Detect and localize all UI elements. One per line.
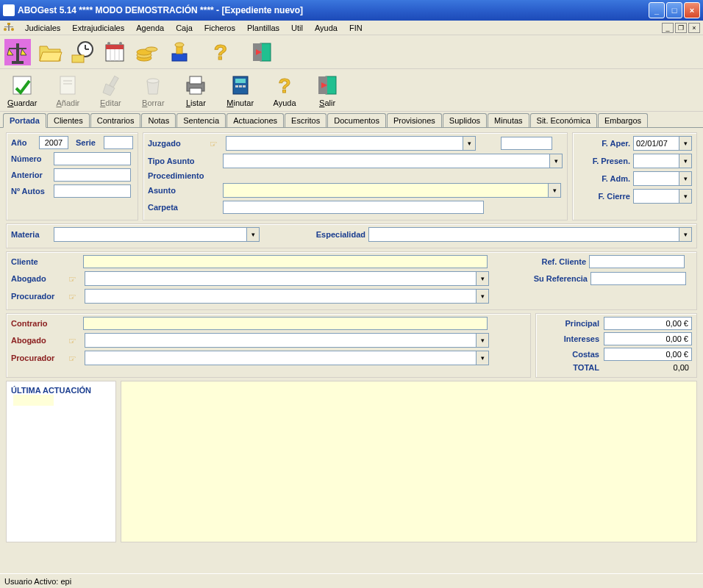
help-icon[interactable]: ? xyxy=(206,37,235,67)
tab-embargos[interactable]: Embargos xyxy=(598,113,648,127)
coins-icon[interactable] xyxy=(132,37,162,67)
f-aper-field[interactable]: 02/01/07 xyxy=(633,136,692,151)
svg-rect-8 xyxy=(12,61,24,64)
svg-rect-43 xyxy=(243,85,246,87)
serie-label: Serie xyxy=(76,138,101,147)
juzgado-code-field[interactable] xyxy=(501,137,552,150)
su-referencia-field[interactable] xyxy=(590,272,686,285)
cliente-field[interactable] xyxy=(83,255,488,268)
intereses-field[interactable] xyxy=(604,332,692,345)
contrario-field[interactable] xyxy=(83,317,488,330)
mdi-close-button[interactable]: × xyxy=(688,23,700,33)
pointing-icon[interactable]: ☞ xyxy=(68,274,82,283)
abogado-contrario-dropdown[interactable] xyxy=(85,333,489,348)
menu-agenda[interactable]: Agenda xyxy=(130,22,170,34)
menu-plantillas[interactable]: Plantillas xyxy=(241,22,285,34)
statusbar: Usuario Activo: epi xyxy=(0,573,703,588)
svg-point-35 xyxy=(147,79,159,83)
pointing-icon[interactable]: ☞ xyxy=(210,139,223,148)
juzgado-dropdown[interactable] xyxy=(226,136,476,151)
borrar-button: Borrar xyxy=(138,72,168,109)
ayuda-button[interactable]: ? Ayuda xyxy=(270,72,299,109)
main-toolbar: ? xyxy=(0,35,703,69)
procurador-cliente-dropdown[interactable] xyxy=(85,289,489,304)
f-cierre-label: F. Cierre xyxy=(599,192,630,201)
ano-field[interactable] xyxy=(39,136,68,149)
mdi-minimize-button[interactable]: _ xyxy=(662,23,674,33)
calendar-icon[interactable] xyxy=(100,37,129,67)
menu-ficheros[interactable]: Ficheros xyxy=(199,22,241,34)
guardar-button[interactable]: Guardar xyxy=(4,72,40,109)
pointing-icon[interactable]: ☞ xyxy=(68,292,82,301)
tab-contrarios[interactable]: Contrarios xyxy=(90,113,141,127)
tab-escritos[interactable]: Escritos xyxy=(285,113,326,127)
costas-label: Costas xyxy=(572,350,599,359)
minimize-button[interactable]: _ xyxy=(649,2,665,18)
statusbar-text: Usuario Activo: epi xyxy=(4,577,71,586)
tab-actuaciones[interactable]: Actuaciones xyxy=(226,113,284,127)
tab-clientes[interactable]: Clientes xyxy=(47,113,90,127)
procurador-contrario-dropdown[interactable] xyxy=(85,351,489,365)
svg-rect-0 xyxy=(7,23,10,25)
procurador-contrario-label: Procurador xyxy=(11,354,65,362)
tab-provisiones[interactable]: Provisiones xyxy=(387,113,442,127)
salir-button[interactable]: Salir xyxy=(313,72,342,109)
total-value: 0,00 xyxy=(604,363,692,372)
svg-rect-37 xyxy=(190,76,201,84)
clock-icon[interactable] xyxy=(68,37,97,67)
serie-field[interactable] xyxy=(104,136,133,149)
abogado-cliente-label: Abogado xyxy=(11,274,65,283)
close-button[interactable]: × xyxy=(684,2,700,18)
f-cierre-field[interactable] xyxy=(633,189,692,204)
tab-sit-economica[interactable]: Sit. Económica xyxy=(530,113,597,127)
svg-point-26 xyxy=(175,43,184,47)
menu-ayuda[interactable]: Ayuda xyxy=(309,22,343,34)
su-referencia-label: Su Referencia xyxy=(507,274,588,283)
f-presen-field[interactable] xyxy=(633,154,692,168)
menu-caja[interactable]: Caja xyxy=(170,22,199,34)
tab-sentencia[interactable]: Sentencia xyxy=(176,113,226,127)
menu-fin[interactable]: FIN xyxy=(343,22,368,34)
procurador-cliente-label: Procurador xyxy=(11,292,65,301)
menu-extrajudiciales[interactable]: Extrajudiciales xyxy=(66,22,130,34)
pointing-icon[interactable]: ☞ xyxy=(68,354,82,362)
balance-icon[interactable] xyxy=(3,37,32,67)
tab-minutas[interactable]: Minutas xyxy=(488,113,529,127)
minutar-button[interactable]: Minutar xyxy=(224,72,257,109)
maximize-button[interactable]: □ xyxy=(666,2,682,18)
window-title: ABOGest 5.14 **** MODO DEMOSTRACIÓN ****… xyxy=(18,5,649,15)
f-adm-field[interactable] xyxy=(633,171,692,186)
exit-icon[interactable] xyxy=(247,37,276,67)
listar-button[interactable]: Listar xyxy=(181,72,210,109)
svg-point-23 xyxy=(146,47,157,51)
f-aper-value: 02/01/07 xyxy=(636,139,668,148)
folder-open-icon[interactable] xyxy=(35,37,65,67)
especialidad-dropdown[interactable] xyxy=(368,227,692,242)
tipo-asunto-label: Tipo Asunto xyxy=(148,157,220,165)
tab-portada[interactable]: Portada xyxy=(3,113,46,128)
svg-rect-24 xyxy=(172,54,187,61)
principal-field[interactable] xyxy=(604,317,692,330)
contrario-label: Contrario xyxy=(11,319,80,328)
principal-label: Principal xyxy=(565,319,599,328)
costas-field[interactable] xyxy=(604,348,692,361)
stamp-icon[interactable] xyxy=(165,37,194,67)
carpeta-field[interactable] xyxy=(223,201,484,214)
numero-field[interactable] xyxy=(54,152,131,165)
anterior-field[interactable] xyxy=(54,168,131,182)
especialidad-label: Especialidad xyxy=(299,230,365,239)
tipo-asunto-dropdown[interactable] xyxy=(223,154,563,168)
autos-field[interactable] xyxy=(54,184,131,198)
asunto-dropdown[interactable] xyxy=(223,183,561,198)
tab-suplidos[interactable]: Suplidos xyxy=(443,113,487,127)
menu-judiciales[interactable]: Judiciales xyxy=(19,22,66,34)
mdi-restore-button[interactable]: ❐ xyxy=(675,23,687,33)
ref-cliente-field[interactable] xyxy=(589,255,685,268)
tab-documentos[interactable]: Documentos xyxy=(327,113,386,127)
materia-dropdown[interactable] xyxy=(54,227,260,242)
svg-point-4 xyxy=(11,28,14,31)
abogado-cliente-dropdown[interactable] xyxy=(85,271,489,286)
menu-util[interactable]: Util xyxy=(285,22,309,34)
pointing-icon[interactable]: ☞ xyxy=(68,336,82,345)
tab-notas[interactable]: Notas xyxy=(141,113,176,127)
